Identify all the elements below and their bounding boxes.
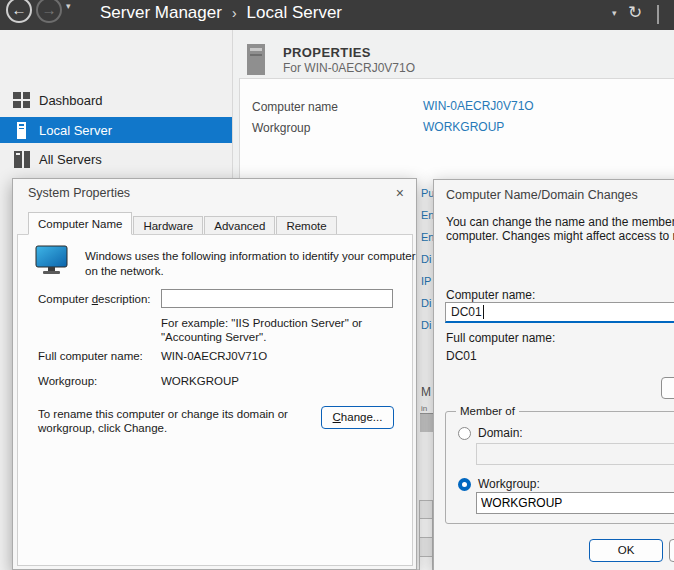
computer-description-label: Computer description: [38,293,151,305]
computer-name-input[interactable]: DC01 [445,302,674,323]
tab-computer-name[interactable]: Computer Name [28,212,132,235]
properties-subtitle: For WIN-0AECRJ0V71O [283,61,415,75]
forward-icon: → [42,1,57,18]
workgroup-input[interactable] [476,492,674,514]
workgroup-value: WORKGROUP [161,375,239,387]
property-label: Computer name [252,100,338,114]
more-button[interactable]: More... [661,377,674,399]
forward-button[interactable]: → [36,0,62,23]
nav-history-caret-icon[interactable]: ▾ [66,1,71,11]
breadcrumb-separator-icon: › [232,5,237,21]
member-of-group: Member of Domain: Workgroup: [445,411,674,524]
sidebar-item-all-servers[interactable]: All Servers [0,146,232,172]
toolbar-separator [657,5,659,24]
clipped-table-cells [419,500,433,570]
workgroup-label: Workgroup: [38,375,97,387]
dialog-title: Computer Name/Domain Changes [446,188,638,202]
sidebar-item-label: Local Server [39,123,112,138]
close-icon[interactable]: × [396,185,404,201]
local-server-icon [13,122,31,139]
sidebar-item-dashboard[interactable]: Dashboard [0,87,232,113]
dialog-title: System Properties [28,186,130,200]
server-manager-window: ← → ▾ Server Manager›Local Server ▾ ↻ Da… [0,0,674,570]
text-cursor [483,305,484,319]
sidebar-item-local-server[interactable]: Local Server [0,117,232,143]
tab-advanced[interactable]: Advanced [204,216,275,235]
sidebar-item-label: All Servers [39,152,102,167]
manage-caret-icon[interactable]: ▾ [612,8,617,18]
computer-name-label: Computer name: [446,288,535,302]
cancel-button[interactable]: Cancel [669,539,674,562]
computer-name-value: DC01 [451,305,482,319]
clipped-text-fragment: M [421,385,431,399]
all-servers-icon [13,151,31,168]
back-button[interactable]: ← [6,0,32,23]
breadcrumb-local-server[interactable]: Local Server [247,3,342,22]
breadcrumb: Server Manager›Local Server [100,3,342,23]
workgroup-radio-label: Workgroup: [478,477,540,491]
dialog-body-text: You can change the name and the membersh… [446,216,674,243]
workgroup-link[interactable]: WORKGROUP [423,120,504,134]
breadcrumb-server-manager[interactable]: Server Manager [100,3,222,22]
dashboard-icon [13,92,31,109]
description-example-text: For example: "IIS Production Server" or … [161,316,362,344]
full-computer-name-label: Full computer name: [38,350,143,362]
domain-radio-label: Domain: [478,426,523,440]
workgroup-radio[interactable] [458,478,471,491]
monitor-icon [35,245,69,276]
clipped-text-fragment: in [421,404,427,413]
properties-server-icon [247,44,265,75]
change-button[interactable]: Change... [321,406,394,429]
properties-title: PROPERTIES [283,45,371,60]
scrollbar-thumb[interactable] [420,413,433,432]
full-computer-name-value: DC01 [446,349,477,363]
title-bar: ← → ▾ Server Manager›Local Server ▾ ↻ [0,0,674,30]
domain-radio[interactable] [458,427,471,440]
ok-button[interactable]: OK [589,539,663,562]
sidebar-item-label: Dashboard [39,93,103,108]
tab-page [17,234,413,566]
back-icon: ← [12,1,27,18]
member-of-label: Member of [456,405,519,417]
computer-description-input[interactable] [161,289,393,308]
rename-hint-text: To rename this computer or change its do… [38,407,288,435]
tab-hardware[interactable]: Hardware [133,216,203,235]
tab-strip: Computer Name Hardware Advanced Remote [28,212,338,235]
full-computer-name-label: Full computer name: [446,331,555,345]
domain-changes-dialog: Computer Name/Domain Changes You can cha… [433,179,674,570]
computer-name-link[interactable]: WIN-0AECRJ0V71O [423,99,534,113]
domain-input[interactable] [476,443,674,465]
full-computer-name-value: WIN-0AECRJ0V71O [161,350,267,362]
system-properties-dialog: System Properties × Computer Name Hardwa… [12,178,417,570]
tab-remote[interactable]: Remote [276,216,336,235]
property-label: Workgroup [252,121,310,135]
intro-text: Windows uses the following information t… [85,249,415,279]
refresh-icon[interactable]: ↻ [628,2,642,23]
